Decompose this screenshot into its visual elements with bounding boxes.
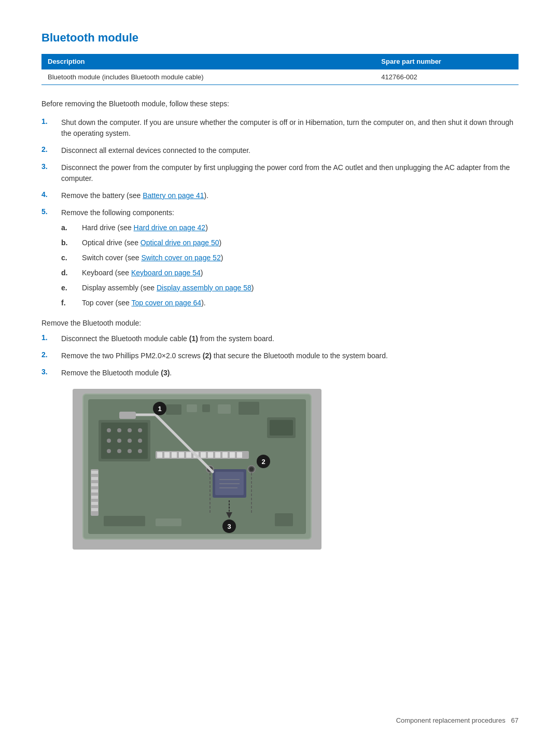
svg-rect-27 xyxy=(202,404,210,412)
sub-step-link[interactable]: Hard drive on page 42 xyxy=(134,223,206,232)
step-number: 4. xyxy=(41,190,61,199)
svg-rect-19 xyxy=(91,477,98,480)
svg-rect-33 xyxy=(172,452,177,458)
svg-rect-26 xyxy=(187,404,197,412)
step-number: 2. xyxy=(41,145,61,153)
svg-point-15 xyxy=(128,449,132,453)
svg-point-8 xyxy=(138,428,142,432)
step-content: Shut down the computer. If you are unsur… xyxy=(61,117,519,139)
svg-rect-21 xyxy=(91,489,98,493)
svg-rect-29 xyxy=(239,402,259,415)
step-bold: (1) xyxy=(189,334,198,343)
svg-rect-67 xyxy=(270,420,293,435)
step-content: Remove the two Phillips PM2.0×2.0 screws… xyxy=(61,350,519,361)
step-content: Disconnect the power from the computer b… xyxy=(61,162,519,184)
step-number: 3. xyxy=(41,368,61,376)
step-content: Remove the battery (see Battery on page … xyxy=(61,190,519,201)
svg-rect-32 xyxy=(164,452,170,458)
svg-text:3: 3 xyxy=(227,523,231,530)
step-content: Remove the Bluetooth module (3). xyxy=(61,368,519,378)
sub-content: Hard drive (see Hard drive on page 42) xyxy=(82,222,208,233)
step-bold: (2) xyxy=(203,352,212,360)
svg-rect-52 xyxy=(119,412,136,419)
svg-rect-35 xyxy=(186,452,191,458)
diagram-container: 1 2 3 xyxy=(73,389,321,550)
intro-text: Before removing the Bluetooth module, fo… xyxy=(41,100,519,108)
svg-rect-40 xyxy=(222,452,228,458)
sub-content: Switch cover (see Switch cover on page 5… xyxy=(82,252,223,263)
svg-rect-28 xyxy=(218,404,231,414)
svg-text:2: 2 xyxy=(261,458,265,466)
sub-step-link[interactable]: Display assembly on page 58 xyxy=(157,284,251,292)
svg-rect-34 xyxy=(179,452,184,458)
sub-step-link[interactable]: Keyboard on page 54 xyxy=(131,269,201,277)
list-item: f.Top cover (see Top cover on page 64). xyxy=(61,298,519,308)
page-title: Bluetooth module xyxy=(41,31,519,45)
list-item: b.Optical drive (see Optical drive on pa… xyxy=(61,237,519,248)
footer-text: Component replacement procedures xyxy=(396,716,506,724)
remove-label: Remove the Bluetooth module: xyxy=(41,319,519,327)
svg-text:1: 1 xyxy=(158,405,161,413)
sub-step-link[interactable]: Switch cover on page 52 xyxy=(141,254,220,262)
list-item: 3.Disconnect the power from the computer… xyxy=(41,162,519,184)
list-item: e.Display assembly (see Display assembly… xyxy=(61,283,519,293)
svg-rect-25 xyxy=(166,404,181,415)
svg-rect-23 xyxy=(91,502,98,505)
svg-rect-31 xyxy=(157,452,162,458)
list-item: 2.Remove the two Phillips PM2.0×2.0 scre… xyxy=(41,350,519,361)
step-link[interactable]: Battery on page 41 xyxy=(143,191,204,200)
svg-rect-41 xyxy=(230,452,235,458)
sub-content: Keyboard (see Keyboard on page 54) xyxy=(82,268,203,278)
parts-table: Description Spare part number Bluetooth … xyxy=(41,54,519,85)
svg-point-10 xyxy=(117,439,121,443)
sub-content: Top cover (see Top cover on page 64). xyxy=(82,298,206,308)
svg-rect-20 xyxy=(91,483,98,486)
list-item: 4.Remove the battery (see Battery on pag… xyxy=(41,190,519,201)
svg-rect-38 xyxy=(208,452,213,458)
part-description: Bluetooth module (includes Bluetooth mod… xyxy=(41,69,375,85)
svg-rect-22 xyxy=(91,496,98,499)
list-item: a.Hard drive (see Hard drive on page 42) xyxy=(61,222,519,233)
list-item: 1.Shut down the computer. If you are uns… xyxy=(41,117,519,139)
svg-point-5 xyxy=(107,428,111,432)
svg-point-6 xyxy=(117,428,121,432)
svg-point-11 xyxy=(128,439,132,443)
sub-step-link[interactable]: Top cover on page 64 xyxy=(131,299,201,307)
svg-point-9 xyxy=(107,439,111,443)
svg-point-13 xyxy=(107,449,111,453)
svg-rect-63 xyxy=(104,516,145,526)
svg-rect-42 xyxy=(237,452,242,458)
step-content: Remove the following components:a.Hard d… xyxy=(61,207,519,313)
list-item: d.Keyboard (see Keyboard on page 54) xyxy=(61,268,519,278)
svg-point-12 xyxy=(138,439,142,443)
step-bold: (3) xyxy=(161,369,170,377)
step-number: 5. xyxy=(41,207,61,216)
list-item: 3.Remove the Bluetooth module (3). xyxy=(41,368,519,378)
svg-rect-24 xyxy=(91,508,98,511)
step-content: Disconnect the Bluetooth module cable (1… xyxy=(61,333,519,344)
prereq-steps-list: 1.Shut down the computer. If you are uns… xyxy=(41,117,519,313)
table-row: Bluetooth module (includes Bluetooth mod… xyxy=(41,69,519,85)
svg-rect-39 xyxy=(215,452,220,458)
sub-content: Optical drive (see Optical drive on page… xyxy=(82,237,221,248)
sub-letter: d. xyxy=(61,268,82,278)
list-item: 5.Remove the following components:a.Hard… xyxy=(41,207,519,313)
list-item: 1.Disconnect the Bluetooth module cable … xyxy=(41,333,519,344)
sub-letter: e. xyxy=(61,283,82,293)
svg-point-14 xyxy=(117,449,121,453)
svg-rect-18 xyxy=(91,471,98,474)
svg-rect-65 xyxy=(275,513,293,526)
remove-steps-list: 1.Disconnect the Bluetooth module cable … xyxy=(41,333,519,378)
step-content: Disconnect all external devices connecte… xyxy=(61,145,519,156)
col-part-number: Spare part number xyxy=(375,54,519,69)
sub-steps-list: a.Hard drive (see Hard drive on page 42)… xyxy=(61,222,519,308)
sub-step-link[interactable]: Optical drive on page 50 xyxy=(141,238,219,247)
part-number: 412766-002 xyxy=(375,69,519,85)
list-item: c.Switch cover (see Switch cover on page… xyxy=(61,252,519,263)
step-number: 1. xyxy=(41,333,61,342)
step-number: 1. xyxy=(41,117,61,125)
col-description: Description xyxy=(41,54,375,69)
sub-letter: a. xyxy=(61,222,82,233)
sub-letter: b. xyxy=(61,237,82,248)
list-item: 2.Disconnect all external devices connec… xyxy=(41,145,519,156)
